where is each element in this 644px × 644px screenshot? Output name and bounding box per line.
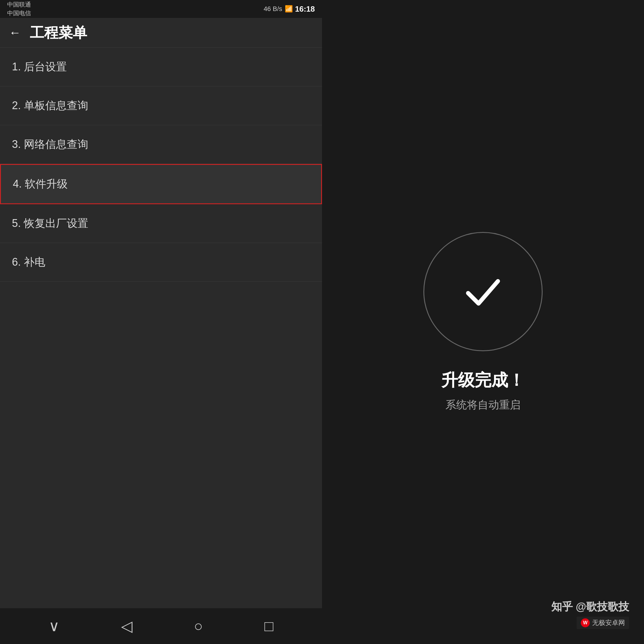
menu-item-label-4: 4. 软件升级 bbox=[13, 178, 68, 190]
menu-item-3[interactable]: 3. 网络信息查询 bbox=[0, 125, 322, 164]
signal-icons: 📶 bbox=[285, 5, 293, 13]
menu-item-label-6: 6. 补电 bbox=[12, 256, 45, 268]
back-button[interactable]: ← bbox=[9, 26, 21, 39]
carrier-info: 中国联通 中国电信 bbox=[7, 1, 31, 17]
left-panel: 中国联通 中国电信 46 B/s 📶 16:18 ← 工程菜单 1. 后台设置 … bbox=[0, 0, 322, 644]
network-speed: 46 B/s bbox=[264, 5, 282, 13]
watermark-text: 知乎 @歌技歌技 bbox=[551, 600, 629, 614]
menu-item-6[interactable]: 6. 补电 bbox=[0, 243, 322, 282]
checkmark-icon bbox=[459, 268, 507, 315]
carrier1: 中国联通 bbox=[7, 1, 31, 9]
menu-item-label-1: 1. 后台设置 bbox=[12, 61, 67, 73]
nav-back-button[interactable]: ◁ bbox=[121, 617, 132, 635]
status-right: 46 B/s 📶 16:18 bbox=[264, 4, 315, 14]
success-title: 升级完成！ bbox=[441, 369, 525, 392]
menu-item-1[interactable]: 1. 后台设置 bbox=[0, 48, 322, 86]
menu-item-4-software-upgrade[interactable]: 4. 软件升级 bbox=[0, 164, 322, 204]
success-subtitle: 系统将自动重启 bbox=[445, 398, 521, 412]
watermark-badge-text: 无极安卓网 bbox=[592, 618, 625, 627]
time-display: 16:18 bbox=[295, 4, 315, 14]
page-title: 工程菜单 bbox=[30, 23, 87, 42]
nav-recents-button[interactable]: □ bbox=[264, 617, 273, 635]
watermark: 知乎 @歌技歌技 W 无极安卓网 bbox=[551, 600, 629, 629]
nav-home-button[interactable]: ○ bbox=[194, 617, 203, 635]
watermark-logo-icon: W bbox=[581, 618, 590, 627]
success-circle bbox=[423, 232, 543, 351]
menu-item-label-3: 3. 网络信息查询 bbox=[12, 138, 88, 150]
nav-chevron-down[interactable]: ∨ bbox=[49, 617, 60, 635]
bottom-navigation: ∨ ◁ ○ □ bbox=[0, 608, 322, 644]
menu-item-5[interactable]: 5. 恢复出厂设置 bbox=[0, 204, 322, 243]
status-bar: 中国联通 中国电信 46 B/s 📶 16:18 bbox=[0, 0, 322, 18]
right-panel: 升级完成！ 系统将自动重启 知乎 @歌技歌技 W 无极安卓网 bbox=[322, 0, 644, 644]
carrier2: 中国电信 bbox=[7, 9, 31, 17]
watermark-badge: W 无极安卓网 bbox=[577, 617, 629, 629]
menu-list: 1. 后台设置 2. 单板信息查询 3. 网络信息查询 4. 软件升级 5. 恢… bbox=[0, 48, 322, 608]
menu-item-label-2: 2. 单板信息查询 bbox=[12, 99, 88, 112]
top-bar: ← 工程菜单 bbox=[0, 18, 322, 48]
menu-item-2[interactable]: 2. 单板信息查询 bbox=[0, 86, 322, 125]
menu-item-label-5: 5. 恢复出厂设置 bbox=[12, 217, 88, 229]
